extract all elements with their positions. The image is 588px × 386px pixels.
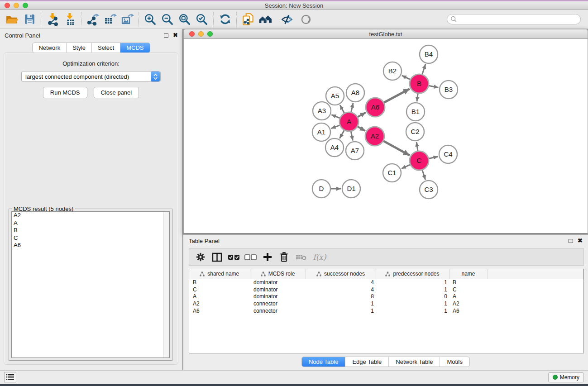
graph-edge-B-B2[interactable] — [402, 76, 411, 80]
tab-edge-table[interactable]: Edge Table — [345, 357, 388, 367]
graph-edge-A2-C[interactable] — [383, 141, 410, 156]
import-network-button[interactable] — [44, 11, 61, 28]
graph-edge-C-C2[interactable] — [416, 142, 418, 152]
table-cell[interactable]: A2 — [189, 300, 250, 307]
table-cell[interactable]: 1 — [376, 307, 449, 315]
graph-node-B[interactable]: B — [410, 74, 429, 93]
table-cell[interactable]: 1 — [306, 307, 376, 315]
zoom-selected-button[interactable] — [193, 11, 210, 28]
network-window-titlebar[interactable]: testGlobe.txt — [183, 29, 588, 39]
graph-node-C4[interactable]: C4 — [439, 145, 457, 163]
graph-edge-C-C4[interactable] — [428, 157, 438, 159]
graph-node-A6[interactable]: A6 — [366, 98, 385, 117]
graph-edge-B-B1[interactable] — [417, 93, 418, 101]
graph-edge-B-B4[interactable] — [422, 64, 425, 75]
table-cell[interactable]: C — [449, 286, 488, 293]
graph-edge-C-C1[interactable] — [402, 164, 411, 168]
column-header-predecessor-nodes[interactable]: predecessor nodes — [376, 269, 449, 279]
graph-node-A2[interactable]: A2 — [365, 127, 384, 146]
graph-node-C[interactable]: C — [410, 151, 429, 170]
table-cell[interactable]: 1 — [376, 300, 449, 307]
graph-node-A[interactable]: A — [339, 112, 359, 131]
mcds-result-item[interactable]: C — [12, 234, 169, 242]
table-cell[interactable]: B — [189, 279, 250, 286]
create-column-button[interactable] — [259, 250, 276, 264]
table-settings-button[interactable] — [192, 250, 209, 264]
search-input[interactable] — [457, 15, 580, 24]
graph-node-C2[interactable]: C2 — [406, 123, 424, 141]
column-header-successor-nodes[interactable]: successor nodes — [306, 269, 376, 279]
optimization-criterion-dropdown[interactable]: largest connected component (directed) — [21, 71, 161, 82]
table-cell[interactable]: connector — [250, 300, 306, 307]
table-cell[interactable]: 4 — [306, 286, 376, 293]
tab-mcds[interactable]: MCDS — [120, 43, 149, 52]
graph-edge-A6-B[interactable] — [383, 89, 410, 103]
show-graphics-button[interactable] — [297, 11, 315, 28]
graph-node-A4[interactable]: A4 — [325, 138, 344, 157]
graph-edge-A-A5[interactable] — [340, 105, 344, 114]
graph-node-D1[interactable]: D1 — [342, 180, 360, 198]
table-cell[interactable]: dominator — [250, 286, 306, 293]
table-cell[interactable]: A — [189, 293, 250, 300]
mcds-result-item[interactable]: A2 — [12, 212, 169, 219]
table-cell[interactable]: A2 — [449, 300, 488, 307]
zoom-out-button[interactable] — [159, 11, 176, 28]
graph-node-B1[interactable]: B1 — [406, 103, 425, 121]
tab-style[interactable]: Style — [66, 43, 91, 52]
clone-network-button[interactable] — [239, 11, 257, 28]
column-header-mcds-role[interactable]: MCDS role — [250, 269, 306, 279]
mcds-result-item[interactable]: A6 — [12, 242, 169, 249]
graph-node-A5[interactable]: A5 — [326, 87, 344, 105]
close-panel-button[interactable]: Close panel — [94, 87, 139, 98]
table-cell[interactable]: A — [449, 293, 488, 300]
hide-all-columns-button[interactable] — [242, 250, 259, 264]
home-layout-button[interactable] — [257, 11, 277, 28]
graph-edge-A-A7[interactable] — [351, 131, 353, 141]
table-cell[interactable]: A6 — [189, 307, 250, 315]
graph-edge-A-A2[interactable] — [357, 126, 365, 131]
graph-node-C1[interactable]: C1 — [383, 164, 401, 182]
table-row[interactable]: A2connector11A2 — [189, 300, 583, 307]
mcds-result-item[interactable]: A — [12, 219, 169, 227]
hide-details-button[interactable] — [277, 11, 297, 28]
close-panel-icon[interactable]: ✖ — [173, 33, 178, 38]
graph-node-B4[interactable]: B4 — [420, 45, 438, 63]
float-table-panel-icon[interactable] — [569, 239, 573, 243]
table-cell[interactable]: 1 — [376, 286, 449, 293]
table-cell[interactable]: 4 — [306, 279, 376, 286]
table-cell[interactable]: 1 — [306, 300, 376, 307]
table-row[interactable]: Cdominator41C — [189, 286, 583, 293]
tab-node-table[interactable]: Node Table — [302, 357, 345, 367]
tab-select[interactable]: Select — [91, 43, 120, 52]
table-cell[interactable]: C — [189, 286, 250, 293]
tab-network[interactable]: Network — [33, 43, 66, 52]
close-table-panel-icon[interactable]: ✖ — [578, 238, 583, 243]
table-row[interactable]: Adominator80A — [189, 293, 583, 300]
graph-node-B2[interactable]: B2 — [383, 62, 402, 80]
tab-network-table[interactable]: Network Table — [388, 357, 440, 367]
graph-node-A1[interactable]: A1 — [312, 123, 330, 141]
zoom-in-button[interactable] — [142, 11, 159, 28]
graph-edge-C-C3[interactable] — [422, 169, 425, 180]
graph-edge-A-A8[interactable] — [351, 103, 353, 113]
import-table-button[interactable] — [61, 11, 78, 28]
column-view-button[interactable] — [209, 250, 225, 264]
save-session-button[interactable] — [21, 11, 38, 28]
function-builder-button[interactable]: f(x) — [309, 250, 330, 264]
graph-edge-A-A3[interactable] — [331, 115, 340, 119]
column-header-shared-name[interactable]: shared name — [189, 269, 250, 279]
graph-edge-B-B3[interactable] — [428, 86, 439, 88]
graph-node-A3[interactable]: A3 — [313, 102, 331, 120]
table-row[interactable]: A6connector11A6 — [189, 307, 583, 315]
graph-node-B3[interactable]: B3 — [440, 81, 458, 99]
result-list-scrollbar[interactable] — [163, 212, 169, 357]
column-header-name[interactable]: name — [449, 269, 488, 279]
memory-button[interactable]: Memory — [548, 372, 584, 382]
graph-node-C3[interactable]: C3 — [420, 181, 438, 199]
run-mcds-button[interactable]: Run MCDS — [43, 87, 87, 98]
export-image-button[interactable] — [119, 11, 136, 28]
graph-node-A8[interactable]: A8 — [346, 84, 364, 102]
delete-table-button[interactable] — [292, 250, 309, 264]
export-network-button[interactable] — [84, 11, 101, 28]
graph-node-A7[interactable]: A7 — [346, 142, 364, 160]
